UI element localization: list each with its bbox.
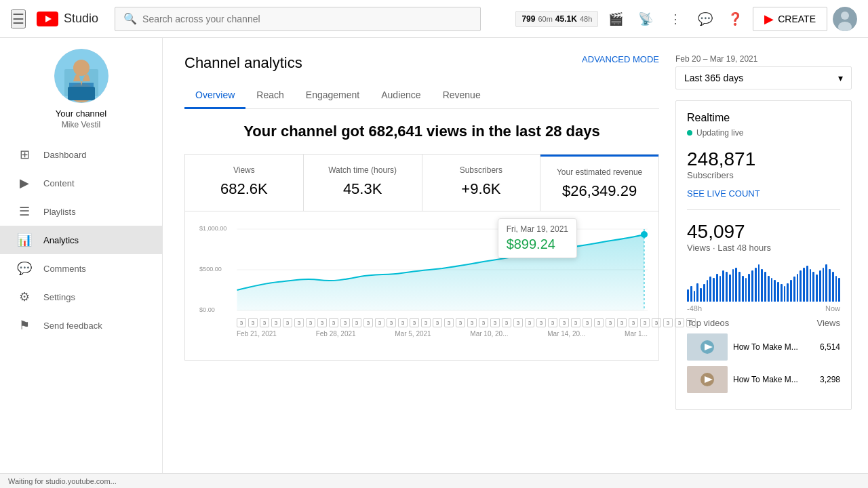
main-content: Channel analytics ADVANCED MODE Overview…: [163, 38, 868, 488]
video-icon-button[interactable]: 🎬: [604, 7, 628, 31]
mini-bar: [823, 268, 825, 302]
top-views-label: Views: [817, 318, 840, 328]
see-live-link[interactable]: SEE LIVE COUNT: [687, 188, 840, 199]
mini-bar: [829, 269, 831, 302]
metric-subs-label: Subscribers: [433, 165, 530, 175]
page-title: Channel analytics: [184, 54, 302, 72]
mini-chart-labels: -48h Now: [687, 304, 840, 312]
date-range-period: Last 365 days: [684, 73, 743, 83]
metric-views-value: 682.6K: [196, 180, 292, 198]
sidebar-item-feedback[interactable]: ⚑ Send feedback: [0, 311, 162, 340]
mini-bar: [803, 268, 805, 302]
mini-bar: [797, 274, 799, 302]
sidebar-item-playlists[interactable]: ☰ Playlists: [0, 197, 162, 226]
mini-bar: [832, 272, 834, 302]
sidebar-item-content[interactable]: ▶ Content: [0, 169, 162, 197]
mini-bar: [742, 276, 744, 302]
mini-bar: [835, 276, 837, 302]
cast-icon-button[interactable]: 📡: [633, 7, 658, 31]
sidebar-item-analytics[interactable]: 📊 Analytics: [0, 226, 162, 254]
subscribers-label: Subscribers: [687, 170, 840, 180]
metric-watchtime[interactable]: Watch time (hours) 45.3K: [304, 155, 422, 211]
mini-bar: [735, 268, 737, 302]
x-label-1: Feb 21, 2021: [237, 330, 277, 338]
mini-bar: [812, 272, 814, 302]
mini-bar: [806, 266, 808, 302]
tab-reach[interactable]: Reach: [245, 83, 294, 109]
chevron-down-icon: ▾: [838, 73, 843, 83]
help-button[interactable]: ❓: [723, 7, 747, 31]
create-button[interactable]: ▶ CREATE: [753, 7, 827, 31]
metric-watchtime-value: 45.3K: [315, 180, 411, 198]
mini-bar: [764, 272, 766, 302]
hamburger-button[interactable]: ☰: [11, 9, 26, 28]
feedback-label: Send feedback: [43, 321, 102, 331]
video-title-1: How To Make M...: [733, 342, 814, 352]
mini-bar: [719, 276, 722, 302]
svg-point-7: [73, 60, 90, 76]
sidebar-item-comments[interactable]: 💬 Comments: [0, 254, 162, 283]
x-label-6: Mar 1...: [625, 330, 648, 338]
mini-bar: [716, 274, 718, 302]
create-icon: ▶: [764, 12, 774, 26]
search-input[interactable]: [142, 14, 472, 24]
video-views-2: 3,298: [820, 375, 840, 384]
video-item-2[interactable]: How To Make M... 3,298: [687, 366, 840, 393]
chart-time-right: Now: [825, 304, 840, 312]
channel-avatar[interactable]: [54, 49, 108, 103]
video-title-2: How To Make M...: [733, 375, 814, 384]
date-range-selector[interactable]: Last 365 days ▾: [675, 66, 852, 89]
metric-subscribers[interactable]: Subscribers +9.6K: [422, 155, 541, 211]
content-area: Channel analytics ADVANCED MODE Overview…: [184, 54, 852, 421]
mini-bar: [793, 277, 795, 302]
realtime-status-text: Updating live: [696, 128, 743, 138]
content-icon: ▶: [16, 176, 33, 190]
video-info-1: How To Make M...: [733, 342, 814, 352]
mini-bar: [713, 278, 715, 302]
studio-label: Studio: [64, 12, 98, 26]
page-header: Channel analytics ADVANCED MODE: [184, 54, 659, 72]
sidebar-item-settings[interactable]: ⚙ Settings: [0, 283, 162, 311]
mini-bar: [784, 286, 786, 302]
tab-overview[interactable]: Overview: [184, 83, 245, 109]
analytics-label: Analytics: [43, 235, 79, 245]
tab-audience[interactable]: Audience: [370, 83, 431, 109]
feedback-icon: ⚑: [16, 318, 33, 333]
youtube-studio-logo[interactable]: Studio: [37, 12, 98, 26]
x-label-4: Mar 10, 20...: [470, 330, 508, 338]
chart-svg: $1,000.00 $500.00 $0.00: [196, 222, 648, 317]
subscribers-count: 248,871: [687, 148, 840, 170]
subs-stat: 45.1K: [555, 14, 577, 24]
chart-tooltip: Fri, Mar 19, 2021 $899.24: [498, 218, 577, 258]
mini-bar: [738, 272, 741, 302]
realtime-section: Realtime Updating live 248,871 Subscribe…: [675, 100, 852, 410]
mini-bar: [777, 282, 779, 302]
mini-bar: [748, 274, 750, 302]
mini-bar: [781, 284, 783, 302]
top-videos-header: Top videos Views: [687, 318, 840, 328]
mini-bar: [694, 291, 696, 302]
tab-revenue[interactable]: Revenue: [432, 83, 492, 109]
tab-engagement[interactable]: Engagement: [295, 83, 370, 109]
advanced-mode-link[interactable]: ADVANCED MODE: [582, 54, 659, 64]
subs-label: 48h: [580, 15, 592, 23]
mini-bar: [696, 283, 698, 302]
menu-icon-button[interactable]: ⋮: [663, 7, 688, 31]
channel-info: Your channel Mike Vestil: [54, 49, 108, 129]
topbar: ☰ Studio 🔍 799 60m 45.1K 48h 🎬 📡 ⋮ 💬 ❓ ▶…: [0, 0, 868, 38]
x-label-5: Mar 14, 20...: [547, 330, 585, 338]
topbar-right: 799 60m 45.1K 48h 🎬 📡 ⋮ 💬 ❓ ▶ CREATE: [515, 7, 857, 31]
sidebar-item-dashboard[interactable]: ⊞ Dashboard: [0, 140, 162, 169]
metric-views[interactable]: Views 682.6K: [185, 155, 304, 211]
analytics-main: Channel analytics ADVANCED MODE Overview…: [184, 54, 659, 421]
chart-container: Fri, Mar 19, 2021 $899.24 $1,000.00 $500…: [184, 211, 659, 361]
realtime-title: Realtime: [687, 112, 840, 124]
messages-button[interactable]: 💬: [693, 7, 717, 31]
metric-watchtime-label: Watch time (hours): [315, 165, 411, 175]
video-item-1[interactable]: How To Make M... 6,514: [687, 333, 840, 361]
mini-bar: [816, 274, 818, 302]
metric-revenue[interactable]: Your estimated revenue $26,349.29: [540, 155, 658, 211]
mini-bar: [700, 288, 702, 302]
search-bar[interactable]: 🔍: [115, 7, 481, 31]
avatar[interactable]: [833, 7, 857, 31]
